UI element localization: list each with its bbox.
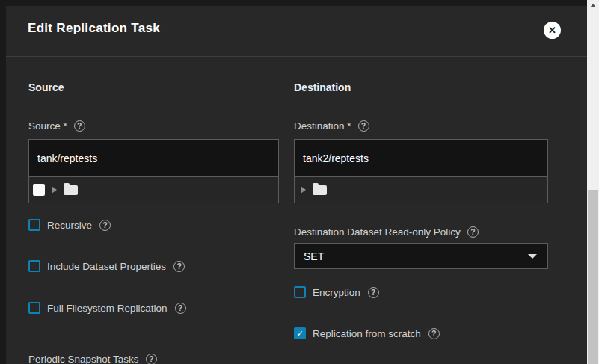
chevron-down-icon [528, 254, 537, 259]
checkbox-label: Recursive [47, 220, 92, 231]
scrollbar-up-arrow[interactable] [590, 4, 596, 7]
checkbox-include-dataset-properties[interactable] [28, 260, 40, 272]
destination-field-label: Destination * [294, 120, 351, 132]
checkbox-label: Encryption [313, 287, 360, 298]
page: { "dialog": { "title": "Edit Replication… [0, 0, 599, 364]
checkbox-encryption[interactable] [294, 286, 306, 298]
destination-tree-row[interactable] [295, 177, 547, 203]
checkbox-label: Replication from scratch [313, 328, 421, 339]
folder-icon[interactable] [64, 185, 78, 195]
checkbox-row-recursive[interactable]: Recursive ? [28, 219, 111, 231]
help-icon[interactable]: ? [175, 303, 186, 314]
checkbox-label: Include Dataset Properties [47, 261, 166, 272]
expand-arrow-icon[interactable] [301, 186, 306, 194]
destination-section-header: Destination [294, 81, 351, 93]
source-tree-row[interactable] [29, 177, 278, 203]
close-icon: ✕ [548, 25, 556, 35]
help-icon[interactable]: ? [99, 220, 111, 231]
checkbox-row-include-dataset-properties[interactable]: Include Dataset Properties ? [28, 260, 185, 272]
help-icon[interactable]: ? [467, 226, 479, 238]
dialog-title: Edit Replication Task [28, 21, 160, 36]
checkbox-label: Full Filesystem Replication [47, 303, 168, 314]
checkbox-replication-from-scratch[interactable]: ✓ [294, 327, 306, 339]
folder-icon[interactable] [313, 185, 327, 195]
source-section-header: Source [28, 81, 64, 93]
source-field-label-row: Source * ? [28, 120, 85, 132]
help-icon[interactable]: ? [368, 287, 379, 298]
source-input[interactable]: tank/reptests [29, 140, 278, 177]
destination-column: Destination Destination * ? tank2/reptes… [294, 61, 548, 364]
checkbox-row-replication-from-scratch[interactable]: ✓ Replication from scratch ? [294, 327, 440, 339]
expand-arrow-icon[interactable] [52, 186, 57, 194]
help-icon[interactable]: ? [74, 120, 85, 132]
readonly-policy-label: Destination Dataset Read-only Policy [294, 226, 461, 238]
source-explorer: tank/reptests [28, 139, 279, 203]
checkbox-row-full-filesystem-replication[interactable]: Full Filesystem Replication ? [28, 302, 186, 314]
help-icon[interactable]: ? [173, 261, 185, 272]
periodic-snapshot-tasks-label: Periodic Snapshot Tasks [28, 354, 139, 364]
help-icon[interactable]: ? [428, 328, 440, 339]
help-icon[interactable]: ? [146, 354, 157, 364]
readonly-policy-label-row: Destination Dataset Read-only Policy ? [294, 226, 479, 238]
close-button[interactable]: ✕ [544, 22, 561, 39]
source-field-label: Source * [28, 120, 67, 132]
scrollbar-thumb[interactable] [588, 190, 598, 364]
help-icon[interactable]: ? [358, 120, 369, 132]
checkbox-recursive[interactable] [28, 219, 40, 231]
readonly-policy-value: SET [304, 250, 324, 262]
edit-replication-task-dialog: Edit Replication Task ✕ Source Source * … [6, 6, 587, 364]
source-column: Source Source * ? tank/reptests Recursiv… [28, 61, 279, 364]
periodic-snapshot-tasks-label-row: Periodic Snapshot Tasks ? [28, 354, 157, 364]
destination-input[interactable]: tank2/reptests [295, 140, 547, 177]
destination-explorer: tank2/reptests [294, 139, 548, 203]
checkbox-row-encryption[interactable]: Encryption ? [294, 286, 379, 298]
checkbox-full-filesystem-replication[interactable] [28, 302, 40, 314]
destination-field-label-row: Destination * ? [294, 120, 369, 132]
tree-node-checkbox[interactable] [33, 184, 45, 196]
readonly-policy-select[interactable]: SET [294, 243, 548, 269]
scrollbar[interactable] [587, 0, 599, 364]
header-divider [6, 56, 587, 57]
